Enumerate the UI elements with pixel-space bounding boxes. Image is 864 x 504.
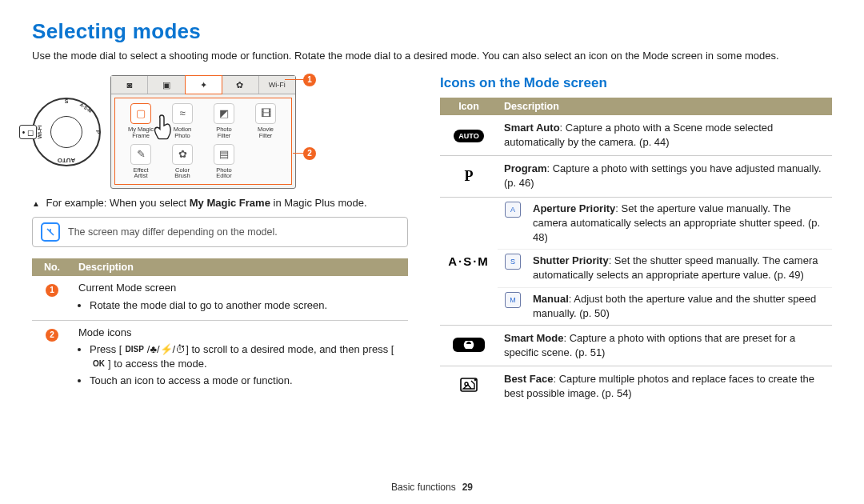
macro-icon: ♣ — [150, 343, 157, 355]
program-mode-icon: P — [453, 166, 485, 186]
illustration-block: S A·S·M P AUTO Wi-Fi • ◻ ◙ ▣ ✦ ✿ — [32, 75, 408, 190]
row-auto-desc: Smart Auto: Capture a photo with a Scene… — [498, 115, 832, 156]
asm-mode-icon: A·S·M — [448, 253, 490, 270]
table-callout-2: 2 — [46, 329, 58, 342]
mode-icon-photo-filter: ◩ Photo Filter — [205, 103, 243, 139]
mode-icon-color-brush: ✿ Color Brush — [163, 144, 202, 180]
ok-button-label: OK — [90, 358, 108, 370]
mode-icon-label: Color Brush — [174, 167, 190, 180]
auto-mode-icon: AUTO — [454, 130, 483, 143]
row-program-bold: Program — [504, 162, 546, 174]
table-callout-1: 1 — [46, 284, 58, 297]
callout-2-wrapper: 2 — [303, 146, 316, 160]
th-desc2: Description — [498, 98, 832, 115]
flash-icon: ⚡ — [160, 343, 173, 355]
sub-s-desc: Shutter Priority: Set the shutter speed … — [528, 250, 832, 287]
dial-mark-program: P — [95, 130, 101, 134]
mode-screen-tab-row: ◙ ▣ ✦ ✿ Wi-Fi — [111, 76, 295, 94]
sub-m-bold: Manual — [533, 293, 569, 305]
smart-mode-icon — [453, 338, 485, 352]
dial-mark-smart: S — [65, 98, 69, 104]
row-bestface-desc: Best Face: Capture multiple photos and r… — [498, 366, 832, 407]
sub-m-desc: Manual: Adjust both the aperture value a… — [528, 287, 832, 325]
asm-subtable: A Aperture Priority: Set the aperture va… — [498, 198, 832, 325]
sub-a-bold: Aperture Priority — [533, 202, 615, 214]
icons-section-title: Icons on the Mode screen — [440, 75, 832, 91]
row-program-desc: Program: Capture a photo with settings y… — [498, 156, 832, 197]
mode-icon-movie-filter: 🎞 Movie Filter — [246, 103, 285, 139]
best-face-mode-icon — [453, 378, 485, 396]
callout-number-2: 2 — [303, 147, 316, 160]
row2-title: Mode icons — [78, 326, 131, 338]
sub-s-bold: Shutter Priority — [533, 254, 609, 266]
mode-icon-effect-artist: ✎ Effect Artist — [122, 144, 160, 180]
row2-b1-suffix: ] to access the mode. — [108, 358, 207, 370]
page-title: Selecting modes — [32, 19, 832, 44]
manual-mode-icon: M — [505, 292, 521, 308]
color-brush-icon: ✿ — [172, 144, 193, 165]
disp-button-label: DISP — [122, 344, 146, 355]
tab-picture: ▣ — [148, 76, 185, 94]
row-smart-desc: Smart Mode: Capture a photo with options… — [498, 325, 832, 366]
footer-section: Basic functions — [391, 482, 456, 493]
callout-number-1: 1 — [303, 74, 316, 86]
mode-icon-label: Photo Filter — [216, 126, 232, 139]
icons-description-table: Icon Description AUTO Smart Auto: Captur… — [440, 98, 832, 407]
tab-settings: ✿ — [222, 76, 258, 94]
row-smart-bold: Smart Mode — [504, 332, 563, 344]
example-prefix: For example: When you select — [46, 197, 190, 209]
note-text: The screen may differ depending on the m… — [68, 226, 278, 238]
page-footer: Basic functions 29 — [391, 482, 473, 493]
mode-screen-graphic: ◙ ▣ ✦ ✿ Wi-Fi ▢ My Magic Frame ≈ M — [110, 75, 296, 190]
mode-icon-grid: ▢ My Magic Frame ≈ Motion Photo ◩ Photo … — [114, 98, 292, 186]
dial-mark-asm: A·S·M — [79, 102, 93, 114]
movie-filter-icon: 🎞 — [255, 103, 276, 124]
dial-mark-auto: AUTO — [58, 157, 76, 164]
dial-pointer-icon: • ◻ — [19, 125, 37, 139]
row2-bullet-2: Touch an icon to access a mode or functi… — [90, 374, 402, 388]
aperture-priority-icon: A — [505, 202, 521, 218]
mode-icon-label: Movie Filter — [258, 126, 274, 139]
row1-title: Current Mode screen — [78, 282, 176, 294]
th-no: No. — [32, 258, 72, 276]
example-line: ▲ For example: When you select My Magic … — [32, 197, 408, 209]
th-icon: Icon — [440, 98, 498, 115]
intro-text: Use the mode dial to select a shooting m… — [32, 49, 832, 64]
th-description: Description — [72, 258, 408, 276]
triangle-bullet-icon: ▲ — [32, 199, 40, 208]
callout-1-wrapper: 1 — [303, 73, 316, 86]
timer-icon: ⏱ — [175, 343, 186, 355]
row1-bullet-1: Rotate the mode dial to go to another mo… — [90, 298, 402, 313]
effect-artist-icon: ✎ — [130, 144, 151, 165]
photo-editor-icon: ▤ — [214, 144, 234, 165]
row2-b1-prefix: Press [ — [90, 343, 122, 355]
shutter-priority-icon: S — [505, 254, 521, 270]
right-column: Icons on the Mode screen Icon Descriptio… — [440, 75, 832, 407]
example-bold: My Magic Frame — [190, 197, 270, 209]
example-suffix: in Magic Plus mode. — [270, 197, 367, 209]
mode-icon-label: Photo Editor — [216, 167, 232, 180]
row-program-rest: : Capture a photo with settings you have… — [504, 162, 822, 189]
touch-finger-icon — [148, 111, 180, 143]
sub-a-desc: Aperture Priority: Set the aperture valu… — [528, 198, 832, 250]
sub-m-rest: : Adjust both the aperture value and the… — [533, 293, 816, 319]
row2-bullet-1: Press [DISP/♣/⚡/⏱] to scroll to a desire… — [90, 342, 402, 371]
row2-b1-mid: ] to scroll to a desired mode, and then … — [186, 343, 394, 355]
footer-page-number: 29 — [462, 482, 473, 493]
note-icon — [41, 222, 60, 242]
note-box: The screen may differ depending on the m… — [32, 217, 408, 247]
dial-mark-wifi: Wi-Fi — [37, 126, 42, 139]
left-column: S A·S·M P AUTO Wi-Fi • ◻ ◙ ▣ ✦ ✿ — [32, 75, 408, 407]
row-auto-bold: Smart Auto — [504, 122, 560, 134]
two-column-layout: S A·S·M P AUTO Wi-Fi • ◻ ◙ ▣ ✦ ✿ — [32, 75, 832, 407]
row-bestface-bold: Best Face — [504, 373, 553, 385]
photo-filter-icon: ◩ — [214, 103, 234, 124]
tab-camera: ◙ — [111, 76, 148, 94]
mode-icon-photo-editor: ▤ Photo Editor — [205, 144, 243, 180]
mode-dial-graphic: S A·S·M P AUTO Wi-Fi — [32, 98, 101, 166]
no-description-table: No. Description 1 Current Mode screen Ro… — [32, 258, 408, 395]
page: Selecting modes Use the mode dial to sel… — [0, 0, 864, 504]
mode-icon-label: Effect Artist — [133, 167, 148, 180]
tab-magic-plus: ✦ — [185, 75, 222, 94]
